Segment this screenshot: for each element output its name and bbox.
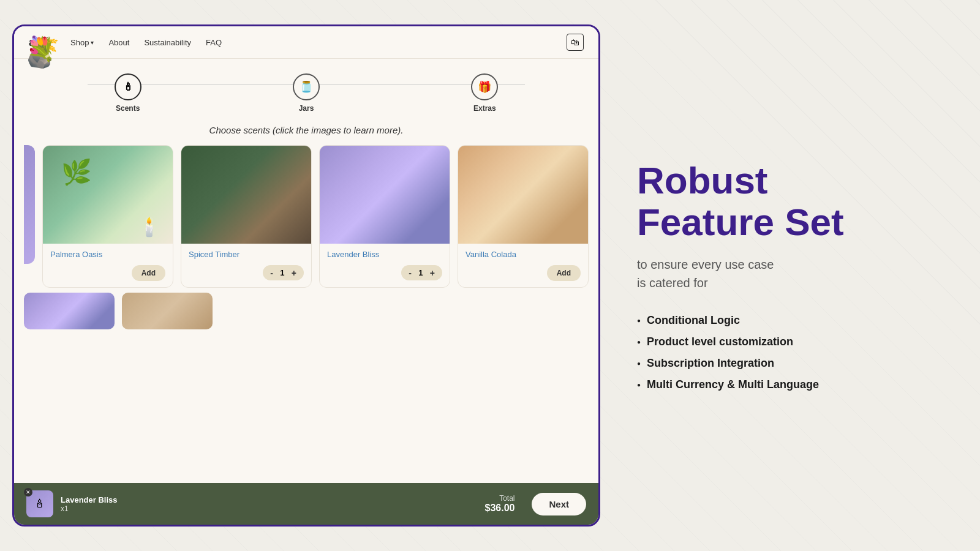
qty-value-spiced: 1 [278, 268, 287, 277]
cart-total: Total $36.00 [485, 494, 515, 514]
nav-about[interactable]: About [108, 38, 129, 47]
product-name-vanilla: Vanilla Colada [466, 250, 581, 259]
feature-panel: Robust Feature Set to ensure every use c… [600, 135, 980, 416]
product-card-row2-2[interactable] [122, 293, 213, 329]
add-button-vanilla[interactable]: Add [547, 265, 581, 281]
qty-decrease-spiced[interactable]: - [270, 269, 273, 277]
product-actions-lavender: - 1 + [327, 265, 442, 280]
product-actions-palmera: Add [50, 265, 165, 281]
step-scents-label: Scents [116, 104, 140, 113]
nav-shop[interactable]: Shop ▾ [70, 38, 94, 47]
product-actions-spiced: - 1 + [189, 265, 304, 280]
cart-icon[interactable]: 🛍 [567, 34, 584, 51]
product-image-lavender[interactable] [320, 146, 450, 244]
step-extras[interactable]: 🎁 Extras [396, 73, 574, 113]
feature-item-3: Subscription Integration [637, 357, 943, 370]
next-button[interactable]: Next [532, 493, 586, 515]
nav-sustainability[interactable]: Sustainability [144, 38, 191, 47]
product-card-vanilla[interactable]: Vanilla Colada Add [458, 145, 589, 288]
cart-item-name: Lavender Bliss [61, 495, 118, 504]
cart-item-thumbnail: 🕯 ✕ [26, 490, 53, 517]
qty-increase-lavender[interactable]: + [430, 269, 435, 277]
product-card-palmera[interactable]: Palmera Oasis Add [42, 145, 173, 288]
product-info-palmera: Palmera Oasis Add [43, 244, 173, 287]
step-jars-label: Jars [299, 104, 314, 113]
feature-subtitle: to ensure every use caseis catered for [637, 255, 943, 292]
product-image-palmera[interactable] [43, 146, 173, 244]
cart-item-qty: x1 [61, 504, 118, 513]
step-jars[interactable]: 🫙 Jars [217, 73, 395, 113]
product-info-vanilla: Vanilla Colada Add [458, 244, 588, 287]
step-subtitle: Choose scents (click the images to learn… [14, 120, 598, 145]
product-configurator-panel: ama Shop ▾ About Sustainability FAQ 🛍 🕯 … [12, 24, 600, 527]
cart-item-close-icon[interactable]: ✕ [24, 488, 32, 497]
product-name-palmera: Palmera Oasis [50, 250, 165, 259]
navigation: ama Shop ▾ About Sustainability FAQ 🛍 [14, 26, 598, 59]
product-info-lavender: Lavender Bliss - 1 + [320, 244, 450, 287]
product-card-spiced[interactable]: Spiced Timber - 1 + [181, 145, 312, 288]
cart-bottom-bar: 🕯 ✕ Lavender Bliss x1 Total $36.00 Next [14, 483, 598, 525]
chevron-down-icon: ▾ [91, 39, 94, 46]
products-grid-row2 [14, 288, 598, 329]
qty-control-spiced: - 1 + [263, 265, 304, 280]
extras-icon: 🎁 [471, 73, 498, 100]
product-card-row2-1[interactable] [24, 293, 115, 329]
feature-list: Conditional Logic Product level customiz… [637, 314, 943, 391]
feature-item-4: Multi Currency & Multi Language [637, 378, 943, 391]
product-actions-vanilla: Add [466, 265, 581, 281]
products-grid: Palmera Oasis Add Spiced Timber - 1 + [14, 145, 598, 288]
qty-value-lavender: 1 [417, 268, 425, 277]
step-extras-label: Extras [473, 104, 496, 113]
product-name-lavender: Lavender Bliss [327, 250, 442, 259]
feature-item-2: Product level customization [637, 335, 943, 348]
nav-faq[interactable]: FAQ [206, 38, 222, 47]
qty-control-lavender: - 1 + [401, 265, 442, 280]
product-image-spiced[interactable] [181, 146, 311, 244]
feature-title: Robust Feature Set [637, 160, 943, 243]
scents-icon: 🕯 [115, 73, 141, 100]
total-label: Total [485, 494, 515, 503]
steps-bar: 🕯 Scents 🫙 Jars 🎁 Extras [14, 59, 598, 120]
qty-increase-spiced[interactable]: + [292, 269, 296, 277]
product-name-spiced: Spiced Timber [189, 250, 304, 259]
feature-item-1: Conditional Logic [637, 314, 943, 327]
total-value: $36.00 [485, 503, 515, 514]
product-info-spiced: Spiced Timber - 1 + [181, 244, 311, 287]
product-card-lavender[interactable]: Lavender Bliss - 1 + [319, 145, 450, 288]
step-scents[interactable]: 🕯 Scents [39, 73, 217, 113]
qty-decrease-lavender[interactable]: - [409, 269, 412, 277]
add-button-palmera[interactable]: Add [132, 265, 165, 281]
product-image-vanilla[interactable] [458, 146, 588, 244]
product-card-edge [24, 145, 35, 264]
jars-icon: 🫙 [293, 73, 320, 100]
cart-item-info: Lavender Bliss x1 [61, 495, 118, 513]
